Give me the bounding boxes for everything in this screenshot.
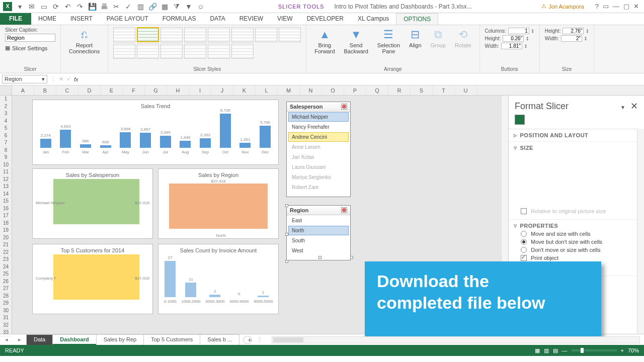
view-normal-icon[interactable]: ▦ [535,347,540,354]
row-header[interactable]: 18 [0,220,12,227]
scissors-icon[interactable]: ✂ [112,2,121,11]
zoom-slider[interactable] [572,349,617,351]
col-header[interactable]: U [455,85,477,95]
row-header[interactable]: 9 [0,154,12,161]
redo-icon[interactable]: ↷ [75,2,85,11]
style-swatch[interactable] [184,44,206,59]
row-header[interactable]: 3 [0,110,12,118]
formula-input[interactable] [82,76,642,82]
tab-formulas[interactable]: FORMULAS [155,13,203,25]
new-sheet-button[interactable]: + [243,336,252,344]
row-header[interactable]: 28 [0,293,12,300]
taskpane-dropdown-icon[interactable]: ▼ [620,105,625,110]
chart-sales-region[interactable]: Sales by Region$37,418North [158,168,279,239]
slicer-item[interactable]: Robert Zare [288,183,349,192]
radio-move-nosize[interactable] [521,239,527,245]
sheet-tab-data[interactable]: Data [26,334,53,345]
row-header[interactable]: 33 [0,329,12,336]
tab-nav-prev[interactable]: ◂ [0,336,13,343]
col-header[interactable]: Q [366,85,388,95]
col-header[interactable]: I [189,85,211,95]
slicer-region[interactable]: Region⨂EastNorthSouthWest [286,205,351,260]
btn-height-input[interactable] [503,35,524,42]
chart-sales-trend[interactable]: Sales Trend2,274Jan4,693Feb966Mar608Apr3… [32,100,279,165]
align-button[interactable]: ⊟Align [406,27,424,55]
rotate-button[interactable]: ⟲Rotate [452,27,474,55]
tab-file[interactable]: FILE [0,13,31,25]
col-header[interactable]: J [211,85,233,95]
row-header[interactable]: 21 [0,241,12,249]
ribboncollapse-icon[interactable]: ▭ [603,3,609,10]
tab-page-layout[interactable]: PAGE LAYOUT [100,13,155,25]
col-header[interactable]: A [12,85,34,95]
style-swatch[interactable] [160,27,183,42]
slicer-item[interactable]: Michael Neipper [288,112,349,122]
sheet-tab-sales-by-rep[interactable]: Sales by Rep [96,334,144,345]
row-header[interactable]: 14 [0,191,12,198]
clear-filter-icon[interactable]: ⨂ [341,104,347,110]
emoji-icon[interactable]: ☺ [196,2,205,11]
undo-icon[interactable]: ↶ [63,2,72,11]
style-swatch[interactable] [137,44,159,59]
slicer-item[interactable]: Mariya Sergienko [288,172,349,182]
sheet-tab-sales-b----[interactable]: Sales b ... [200,334,239,345]
row-header[interactable]: 13 [0,183,12,191]
taskpane-scrollbar[interactable] [637,129,644,334]
tab-developer[interactable]: DEVELOPER [300,13,351,25]
tab-data[interactable]: DATA [203,13,232,25]
slicer-settings-button[interactable]: ▦ Slicer Settings [5,45,55,51]
row-header[interactable]: 24 [0,263,12,271]
slicer-styles-gallery[interactable] [113,27,301,59]
col-header[interactable]: P [344,85,366,95]
send-backward-button[interactable]: ▼Send Backward [341,27,371,55]
zoom-value[interactable]: 70% [628,347,639,353]
slicer-item[interactable]: North [288,226,349,235]
horizontal-scrollbar[interactable] [272,336,640,343]
row-header[interactable]: 4 [0,118,12,125]
style-swatch[interactable] [113,44,135,59]
size-width-input[interactable] [561,35,582,42]
fx-icon[interactable]: fx [74,76,78,82]
cancel-icon[interactable]: ✕ [59,76,63,82]
row-header[interactable]: 16 [0,205,12,213]
spinner-icon[interactable]: ▲▼ [531,29,534,34]
row-header[interactable]: 5 [0,125,12,132]
tab-xl-campus[interactable]: XL Campus [351,13,396,25]
col-header[interactable]: N [300,85,322,95]
name-box[interactable]: Region▾ [2,75,47,83]
slicer-item[interactable]: West [288,246,349,255]
slicer-item[interactable]: South [288,236,349,245]
row-header[interactable]: 23 [0,256,12,263]
user-label[interactable]: ⚠ Jon Acampora [541,3,584,10]
col-header[interactable]: E [101,85,123,95]
section-properties[interactable]: ▽PROPERTIES [514,223,632,229]
row-header[interactable]: 26 [0,278,12,286]
row-header[interactable]: 2 [0,103,12,111]
slicer-item[interactable]: Andrew Cencini [288,132,349,142]
row-header[interactable]: 29 [0,300,12,307]
maximize-icon[interactable]: ▢ [623,3,629,10]
col-header[interactable]: F [123,85,145,95]
row-header[interactable]: 22 [0,249,12,256]
row-header[interactable]: 17 [0,212,12,220]
row-header[interactable]: 11 [0,168,12,176]
qat-dropdown[interactable]: ▾ [15,2,24,11]
style-swatch[interactable] [113,27,135,42]
row-header[interactable]: 20 [0,234,12,242]
spinner-icon[interactable]: ▲▼ [584,36,587,41]
style-swatch[interactable] [231,27,254,42]
row-header[interactable]: 25 [0,270,12,278]
section-position[interactable]: ▷POSITION AND LAYOUT [514,132,632,138]
row-header[interactable]: 27 [0,285,12,293]
col-header[interactable]: S [411,85,433,95]
view-layout-icon[interactable]: ▥ [544,347,549,354]
style-swatch[interactable] [231,44,254,59]
sheet-tab-top-5-customers[interactable]: Top 5 Customers [143,334,200,345]
selection-pane-button[interactable]: ☰Selection Pane [374,27,403,55]
mail-icon[interactable]: ✉ [27,2,36,11]
row-header[interactable]: 15 [0,198,12,205]
refresh-icon[interactable]: ⟳ [51,2,60,11]
row-header[interactable]: 1 [0,96,12,103]
col-header[interactable]: O [322,85,344,95]
slicer-item[interactable]: Jan Kotas [288,152,349,162]
